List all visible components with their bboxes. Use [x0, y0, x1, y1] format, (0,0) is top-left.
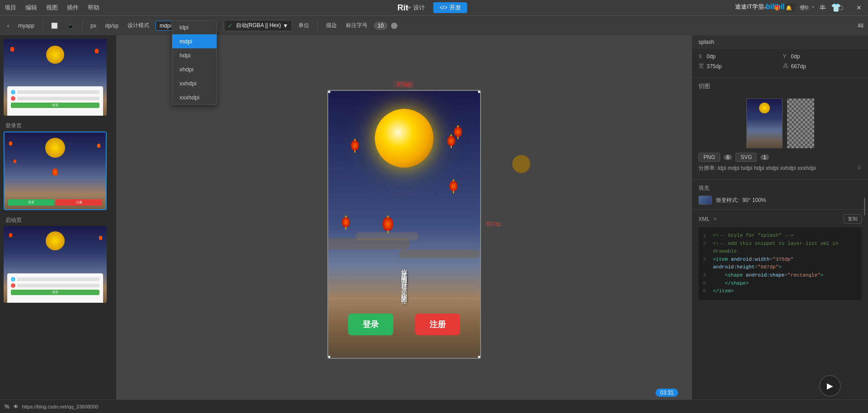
dp-option-mdpi[interactable]: mdpi [172, 34, 217, 48]
xml-line-4: 4 <shape android:shape="rectangle"> [703, 272, 857, 280]
startup-register-btn: 注册 [56, 199, 102, 206]
preview-card-login-top[interactable]: 登录 [4, 39, 107, 116]
xml-copy-btn[interactable]: 复制 [844, 214, 862, 224]
play-icon: ▶ [827, 381, 833, 391]
menu-edit[interactable]: 编辑 [25, 4, 37, 12]
preview-card-startup-inner: 登录 注册 [5, 132, 106, 209]
color-mode-dropdown[interactable]: ✓ 自动(RGBA || Hex) ▼ [224, 20, 292, 31]
toolbar-right-section: 48 [858, 23, 863, 29]
toggle-circle[interactable] [391, 23, 397, 29]
preview-login-form-2: 登录 [7, 273, 103, 303]
xml-content-1: <!-- Style for "splash" --> [713, 232, 793, 240]
unit-label[interactable]: 单位 [296, 20, 312, 31]
pf-row-3 [11, 277, 99, 282]
close-button[interactable]: ✕ [850, 0, 868, 15]
toolbar-separator-4 [317, 20, 318, 31]
gradient-label: 渐变样式: [716, 197, 739, 204]
maximize-button[interactable]: □ [832, 0, 850, 15]
clip-section: 切图 PNG 6 SVG 1 分辨率: ldpi mdpi tvdpi hdpi… [692, 78, 868, 180]
unit-dpsp[interactable]: dp/sp [103, 21, 121, 30]
dp-dropdown-menu: ldpi mdpi hdpi xhdpi xxhdpi xxxhdpi [172, 20, 217, 105]
xml-line-1: 1 <!-- Style for "splash" --> [703, 232, 857, 240]
dpi-label-text: 分辨率: [698, 165, 716, 171]
main-layout: 登录 登录页 登录 注册 [0, 35, 868, 413]
frame-icon[interactable]: ⬜ [48, 21, 61, 30]
menu-help[interactable]: 帮助 [88, 4, 99, 12]
png-export-btn[interactable]: PNG [698, 153, 720, 162]
height-field: 高 667dp [783, 62, 862, 70]
svg-export-btn[interactable]: SVG [736, 153, 757, 162]
xml-dropdown-arrow[interactable]: ▼ [712, 216, 718, 222]
app-name[interactable]: myapp [15, 21, 37, 30]
width-label: 375dp [394, 81, 414, 88]
color-dropdown-arrow: ▼ [283, 23, 288, 29]
phone-buttons: 登录 注册 [328, 314, 480, 335]
preview-moon-1 [46, 46, 64, 64]
stroke-label: 描边 [323, 20, 340, 31]
lantern-3 [454, 127, 462, 137]
corner-handle-tl[interactable] [327, 90, 330, 93]
corner-handle-tr[interactable] [478, 90, 481, 93]
register-button[interactable]: 注册 [415, 314, 460, 335]
cloud-3 [355, 232, 419, 240]
corner-handle-bl[interactable] [327, 356, 330, 359]
video-button[interactable]: ▶ [819, 375, 841, 397]
unit-px[interactable]: px [88, 21, 99, 30]
preview-lantern-s3 [14, 160, 16, 163]
left-sidebar: 登录 登录页 登录 注册 [0, 35, 117, 413]
corner-handle-br[interactable] [478, 356, 481, 359]
xml-content-6: </item> [713, 287, 734, 296]
phone-icon[interactable]: 📱 [64, 21, 76, 30]
dp-option-xxhdpi[interactable]: xxhdpi [172, 76, 217, 90]
gradient-preview [698, 196, 712, 205]
menu-view[interactable]: 视图 [46, 4, 58, 12]
top-mode-switcher: ✏ 设计 </> 开发 [401, 2, 467, 13]
preview-moon-startup [45, 138, 65, 158]
top-menu-bar: 项目 编辑 视图 插件 帮助 ✏ 设计 </> 开发 Rit 途途IT学堂 bi… [0, 0, 868, 15]
lantern-2 [447, 136, 455, 146]
fill-section: 填充 渐变样式: 90° 100% [692, 180, 868, 210]
preview-lantern-2 [95, 49, 99, 53]
xml-content-4: <shape android:shape="rectangle"> [713, 272, 823, 280]
menu-project[interactable]: 项目 [5, 4, 16, 12]
zoom-percent-btn[interactable]: % [5, 404, 9, 410]
toolbar-separator-3 [218, 20, 218, 31]
dpi-values: ldpi mdpi tvdpi hdpi xhdpi xxhdpi xxxhdp… [718, 165, 816, 171]
pf-login-btn-2: 登录 [11, 290, 99, 295]
login-button[interactable]: 登录 [348, 314, 393, 335]
height-value: 667dp [791, 63, 806, 70]
x-value: 0dp [707, 53, 716, 60]
dpi-settings-icon[interactable]: ⚙ [857, 164, 862, 171]
dp-option-xhdpi[interactable]: xhdpi [172, 62, 217, 76]
gradient-value: 90° 100% [742, 197, 766, 203]
dp-option-ldpi[interactable]: ldpi [172, 20, 217, 34]
pf-pass-icon [11, 96, 15, 101]
dev-mode-button[interactable]: </> 开发 [433, 2, 467, 13]
minimize-button[interactable]: — [814, 0, 832, 15]
back-arrow[interactable]: ‹ [5, 21, 12, 30]
poem-text: 你是遥远的明月挂在每一个思念你的夜 [399, 264, 409, 295]
dp-option-hdpi[interactable]: hdpi [172, 48, 217, 62]
window-controls: ✏ 🎁 🔔 登录 — □ ✕ [758, 0, 868, 15]
x-label: X [698, 53, 704, 60]
eye-icon[interactable]: 👁 [13, 404, 19, 410]
xml-header: XML ▼ 复制 [698, 214, 862, 224]
font-size-value: 10 [374, 22, 387, 30]
xml-line-5: 5 </shape> [703, 280, 857, 288]
gradient-row: 渐变样式: 90° 100% [698, 196, 862, 205]
height-label: 667dp [486, 221, 501, 227]
preview-card-login-top-inner: 登录 [4, 39, 107, 116]
startup-login-btn: 登录 [8, 199, 54, 206]
thumb-moon [759, 103, 770, 113]
splash-name: splash [692, 35, 868, 49]
thumbnail-image [746, 99, 783, 148]
wh-row: 宽 375dp 高 667dp [698, 62, 862, 70]
coordinates-section: X 0dp Y 0dp 宽 375dp 高 667dp [692, 49, 868, 78]
dev-label: 开发 [449, 4, 461, 12]
preview-card-login-bottom[interactable]: 登录 [4, 226, 107, 303]
top-right-login[interactable]: 登录 [795, 5, 814, 11]
menu-plugin[interactable]: 插件 [67, 4, 79, 12]
pf-pass-icon-2 [11, 283, 15, 288]
dp-option-xxxhdpi[interactable]: xxxhdpi [172, 90, 217, 104]
preview-card-startup[interactable]: 登录 注册 [4, 131, 107, 210]
